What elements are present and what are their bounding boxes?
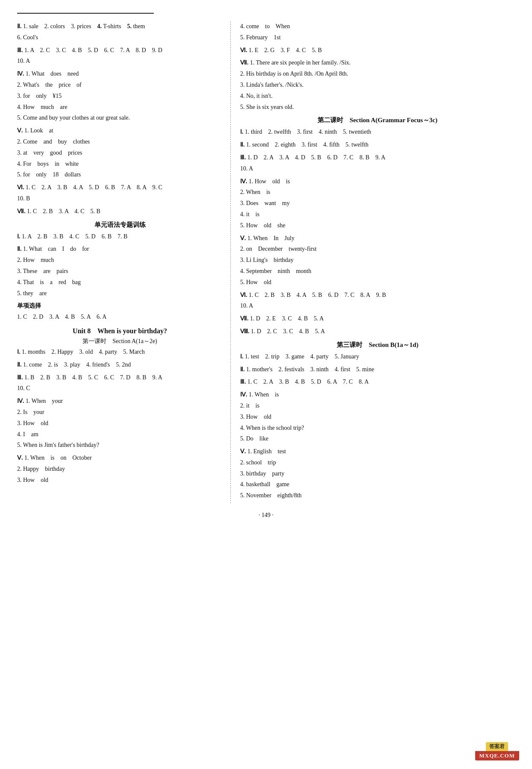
first-class-title: 第一课时 Section A(1a～2e)	[17, 338, 223, 345]
second-class-title: 第二课时 Section A(Grammar Focus～3c)	[240, 116, 515, 124]
right-column: 4. come to When 5. February 1st Ⅵ. 1. E …	[231, 21, 515, 503]
section-IV-3: Ⅳ. 1. When your 2. Is your 3. How old 4.…	[17, 396, 223, 450]
line: Ⅱ. 1. What can I do for	[17, 244, 223, 254]
section-V-r3: Ⅴ. 1. English test 2. school trip 3. bir…	[240, 446, 515, 501]
unit-title: Unit 8 When is your birthday?	[17, 327, 223, 335]
line: 2. Come and buy clothes	[17, 137, 223, 147]
section-II-3: Ⅱ. 1. come 2. is 3. play 4. friend's 5. …	[17, 360, 223, 370]
section-V-3: Ⅴ. 1. When is on October 2. Happy birthd…	[17, 453, 223, 485]
line: 10. A	[17, 56, 223, 66]
line: 5. When is Jim's father's birthday?	[17, 440, 223, 450]
line: 2. His birthday is on April 8th. /On Apr…	[240, 69, 515, 79]
section-right-top: 4. come to When 5. February 1st	[240, 21, 515, 43]
section-V-1: Ⅴ. 1. Look at 2. Come and buy clothes 3.…	[17, 126, 223, 180]
line: 3. How old	[17, 475, 223, 485]
line: 1. C 2. D 3. A 4. B 5. A 6. A	[17, 312, 223, 322]
line: 4. I am	[17, 429, 223, 440]
two-column-layout: Ⅱ. 1. sale 2. colors 3. prices 4. T-shir…	[17, 21, 515, 503]
line: 2. it is	[240, 401, 515, 411]
line: 4. come to When	[240, 21, 515, 32]
line: 10. C	[17, 383, 223, 393]
line: 3. Li Ling's birthday	[240, 255, 515, 265]
section-VI-1: Ⅵ. 1. C 2. A 3. B 4. A 5. D 6. B 7. A 8.…	[17, 182, 223, 204]
page-number: · 149 ·	[17, 512, 515, 519]
line: Ⅵ. 1. E 2. G 3. F 4. C 5. B	[240, 45, 515, 56]
line: 4. No, it isn't.	[240, 91, 515, 101]
section-VII-r1: Ⅶ. 1. There are six people in her family…	[240, 58, 515, 112]
line: 2. When is	[240, 187, 515, 197]
line: 5. She is six years old.	[240, 102, 515, 112]
line: 5. for only 18 dollars	[17, 170, 223, 180]
line: 5. How old	[240, 277, 515, 288]
line: 10. B	[17, 194, 223, 204]
section-II-2: Ⅱ. 1. What can I do for 2. How much 3. T…	[17, 244, 223, 298]
line: Ⅵ. 1. C 2. B 3. B 4. A 5. B 6. D 7. C 8.…	[240, 290, 515, 300]
left-column: Ⅱ. 1. sale 2. colors 3. prices 4. T-shir…	[17, 21, 231, 503]
line: 3. Does want my	[240, 198, 515, 208]
line: Ⅰ. 1. third 2. twelfth 3. first 4. ninth…	[240, 127, 515, 137]
section-I-r2: Ⅰ. 1. third 2. twelfth 3. first 4. ninth…	[240, 127, 515, 137]
line: 6. Cool's	[17, 32, 223, 43]
line: 2. What's the price of	[17, 80, 223, 90]
line: 4. it is	[240, 209, 515, 220]
line: 5. Do like	[240, 434, 515, 444]
grammar-section-title: 单元语法专题训练	[17, 221, 223, 229]
line: Ⅴ. 1. Look at	[17, 126, 223, 136]
section-III-1: Ⅲ. 1. A 2. C 3. C 4. B 5. D 6. C 7. A 8.…	[17, 45, 223, 67]
line: Ⅶ. 1. There are six people in her family…	[240, 58, 515, 68]
page: Ⅱ. 1. sale 2. colors 3. prices 4. T-shir…	[0, 0, 532, 769]
line: 5. November eighth/8th	[240, 490, 515, 501]
line: 3. How old	[17, 418, 223, 429]
top-line	[17, 13, 154, 14]
line: Ⅱ. 1. come 2. is 3. play 4. friend's 5. …	[17, 360, 223, 370]
line: Ⅴ. 1. When is on October	[17, 453, 223, 463]
section-III-r3: Ⅲ. 1. C 2. A 3. B 4. B 5. D 6. A 7. C 8.…	[240, 377, 515, 387]
watermark: 答案君 MXQE.COM	[475, 742, 519, 760]
line: 4. For boys in white	[17, 159, 223, 169]
section-VII-r2: Ⅶ. 1. D 2. E 3. C 4. B 5. A	[240, 314, 515, 324]
line: Ⅱ. 1. sale 2. colors 3. prices 4. T-shir…	[17, 21, 223, 32]
line: 2. Happy birthday	[17, 464, 223, 474]
line: 4. September ninth month	[240, 266, 515, 276]
line: 10. A	[240, 301, 515, 311]
line: 4. That is a red bag	[17, 277, 223, 288]
line: Ⅲ. 1. A 2. C 3. C 4. B 5. D 6. C 7. A 8.…	[17, 45, 223, 56]
line: 3. These are pairs	[17, 266, 223, 276]
line: Ⅱ. 1. mother's 2. festivals 3. ninth 4. …	[240, 364, 515, 375]
line: Ⅲ. 1. B 2. B 3. B 4. B 5. C 6. C 7. D 8.…	[17, 373, 223, 383]
watermark-bottom-label: MXQE.COM	[475, 751, 519, 760]
section-II-r2: Ⅱ. 1. second 2. eighth 3. first 4. fifth…	[240, 140, 515, 150]
line: 4. basketball game	[240, 479, 515, 490]
line: Ⅴ. 1. When In July	[240, 233, 515, 244]
line: Ⅳ. 1. What does need	[17, 69, 223, 79]
third-class-title: 第三课时 Section B(1a～1d)	[240, 341, 515, 349]
line: Ⅲ. 1. C 2. A 3. B 4. B 5. D 6. A 7. C 8.…	[240, 377, 515, 387]
section-III-r2: Ⅲ. 1. D 2. A 3. A 4. D 5. B 6. D 7. C 8.…	[240, 153, 515, 174]
line: Ⅴ. 1. English test	[240, 446, 515, 457]
line: Ⅰ. 1. test 2. trip 3. game 4. party 5. J…	[240, 352, 515, 362]
line: 5. they are	[17, 288, 223, 299]
section-I-r3: Ⅰ. 1. test 2. trip 3. game 4. party 5. J…	[240, 352, 515, 362]
line: 3. at very good prices	[17, 148, 223, 158]
line: 5. February 1st	[240, 32, 515, 43]
line: Ⅰ. 1. A 2. B 3. B 4. C 5. D 6. B 7. B	[17, 232, 223, 242]
line: 3. How old	[240, 412, 515, 422]
line: 3. Linda's father's. /Nick's.	[240, 80, 515, 90]
line: Ⅳ. 1. When your	[17, 396, 223, 406]
line: Ⅱ. 1. second 2. eighth 3. first 4. fifth…	[240, 140, 515, 150]
line: Ⅰ. 1. months 2. Happy 3. old 4. party 5.…	[17, 347, 223, 357]
line: 2. Is your	[17, 407, 223, 417]
line: 5. How old she	[240, 220, 515, 231]
section-IV-1: Ⅳ. 1. What does need 2. What's the price…	[17, 69, 223, 123]
line: 3. for only ¥15	[17, 91, 223, 101]
section-IV-r3: Ⅳ. 1. When is 2. it is 3. How old 4. Whe…	[240, 390, 515, 444]
line: Ⅵ. 1. C 2. A 3. B 4. A 5. D 6. B 7. A 8.…	[17, 182, 223, 193]
label-bold: 单项选择	[17, 301, 223, 311]
section-I-3: Ⅰ. 1. months 2. Happy 3. old 4. party 5.…	[17, 347, 223, 357]
section-II-r3: Ⅱ. 1. mother's 2. festivals 3. ninth 4. …	[240, 364, 515, 375]
section-III-3: Ⅲ. 1. B 2. B 3. B 4. B 5. C 6. C 7. D 8.…	[17, 373, 223, 394]
line: 2. How much	[17, 255, 223, 265]
section-V-r2: Ⅴ. 1. When In July 2. on December twenty…	[240, 233, 515, 288]
line: 4. How much are	[17, 102, 223, 112]
section-VII-1: Ⅶ. 1. C 2. B 3. A 4. C 5. B	[17, 206, 223, 217]
